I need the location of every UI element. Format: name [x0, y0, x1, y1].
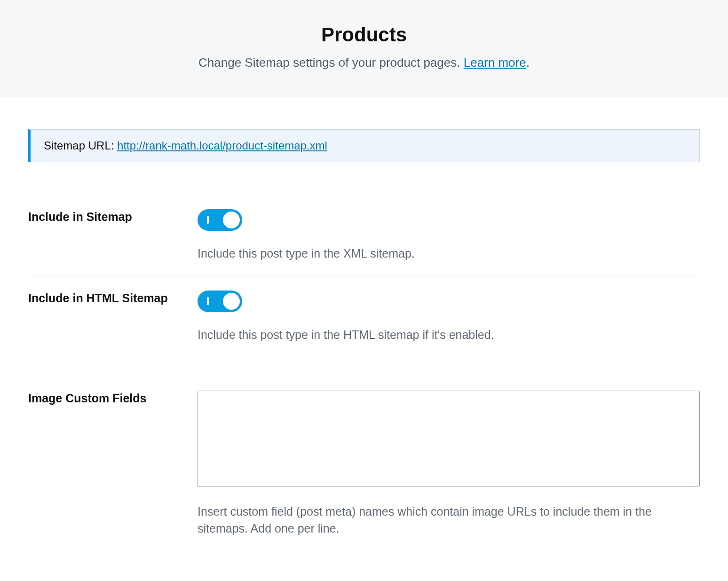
subtitle-text: Change Sitemap settings of your product … [198, 55, 464, 70]
include-html-sitemap-toggle[interactable] [198, 290, 242, 312]
image-custom-fields-description: Insert custom field (post meta) names wh… [198, 503, 700, 537]
setting-include-html-sitemap: Include in HTML Sitemap Include this pos… [28, 276, 700, 357]
sitemap-url-label: Sitemap URL: [44, 139, 117, 152]
settings-content: Sitemap URL: http://rank-math.local/prod… [0, 96, 728, 551]
page-title: Products [0, 24, 728, 46]
include-sitemap-description: Include this post type in the XML sitema… [198, 245, 700, 262]
include-sitemap-label: Include in Sitemap [28, 209, 198, 225]
include-sitemap-control: Include this post type in the XML sitema… [198, 209, 700, 262]
sitemap-url-notice: Sitemap URL: http://rank-math.local/prod… [28, 129, 700, 162]
toggle-on-indicator-icon [207, 297, 209, 305]
setting-image-custom-fields: Image Custom Fields Insert custom field … [28, 377, 700, 551]
toggle-knob-icon [223, 212, 240, 228]
learn-more-link[interactable]: Learn more [464, 55, 526, 70]
include-html-sitemap-label: Include in HTML Sitemap [28, 290, 198, 306]
spacer [28, 358, 700, 377]
image-custom-fields-label: Image Custom Fields [28, 391, 198, 407]
include-html-sitemap-description: Include this post type in the HTML sitem… [198, 326, 700, 343]
page-header: Products Change Sitemap settings of your… [0, 0, 728, 96]
sitemap-url-link[interactable]: http://rank-math.local/product-sitemap.x… [117, 139, 327, 152]
setting-include-sitemap: Include in Sitemap Include this post typ… [28, 195, 700, 276]
image-custom-fields-textarea[interactable] [198, 391, 700, 487]
include-html-sitemap-control: Include this post type in the HTML sitem… [198, 290, 700, 343]
toggle-on-indicator-icon [207, 216, 209, 224]
toggle-knob-icon [223, 293, 240, 310]
include-sitemap-toggle[interactable] [198, 209, 242, 231]
page-subtitle: Change Sitemap settings of your product … [0, 55, 728, 70]
image-custom-fields-control: Insert custom field (post meta) names wh… [198, 391, 700, 537]
subtitle-suffix: . [526, 55, 530, 70]
